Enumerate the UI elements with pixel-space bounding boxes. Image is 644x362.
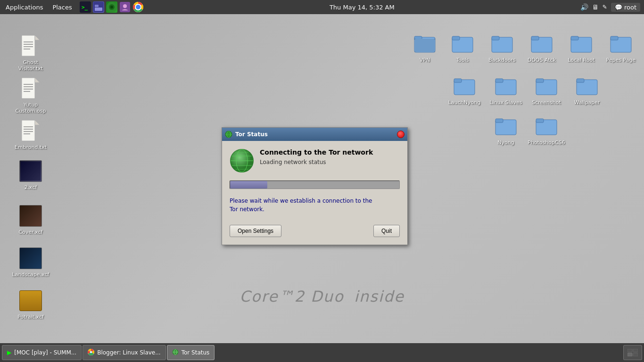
tor-status-dialog: Tor Status [222,127,408,245]
user-menu[interactable]: 💬 root [611,3,640,12]
svg-rect-3 [95,5,99,7]
desktop-icon-embrond[interactable]: Embrond.txt [9,118,52,152]
chrome-launcher[interactable] [132,1,144,13]
workspace-switcher[interactable] [623,345,642,360]
volume-icon[interactable]: 🔊 [580,3,588,11]
dialog-message-line1: Please wait while we establish a connect… [230,197,372,204]
top-panel: Applications Places >_ [0,0,644,14]
applications-menu[interactable]: Applications [2,2,47,13]
desktop-icon-linux-slaves[interactable]: Linux Slaves [485,73,527,107]
desktop-icon-landscapexcf[interactable]: Landscape.xcf [9,245,52,280]
panel-datetime: Thu May 14, 5:32 AM [144,4,580,11]
icon-label: Potrait.xcf [17,314,44,320]
dialog-status: Loading network status [260,159,373,165]
panel-left: Applications Places >_ [0,1,144,13]
desktop-watermark: Core™2 Duo inside [239,286,404,305]
svg-rect-35 [414,39,435,52]
xcf-icon [19,247,42,270]
svg-marker-27 [35,120,40,125]
desktop-icon-tools[interactable]: Tools [441,31,484,65]
display-icon[interactable]: 🖥 [592,3,599,11]
taskbar-item-tor-status[interactable]: Tor Status [167,345,215,360]
progress-bar-container [230,181,400,189]
open-settings-button[interactable]: Open Settings [230,225,281,237]
svg-rect-77 [627,349,632,352]
desktop-icon-photoshopcs6[interactable]: PhotoshopCS6 [525,113,568,148]
svg-rect-4 [95,8,102,11]
icon-label: Ghost Visitor.txt [11,59,50,72]
desktop-icon-local-root[interactable]: Local Root [560,31,603,65]
desktop-icon-nyong[interactable]: Nyong [485,113,527,148]
icon-label: DDOS Atck [528,57,556,63]
icon-label: Linux Slaves [490,99,522,106]
places-menu[interactable]: Places [49,2,75,13]
xcf-icon [19,205,42,227]
txt-file-icon [19,120,42,142]
chrome-taskbar-icon [88,349,94,357]
terminal-launcher[interactable]: >_ [80,1,91,13]
xcf-icon [19,160,42,182]
dialog-header-section: Connecting to the Tor network Loading ne… [230,148,400,173]
icon-label: Wallpaper [574,99,600,106]
icon-label: Tools [456,57,469,63]
panel-right: 🔊 🖥 ✎ 💬 root [580,3,644,12]
desktop-icon-ghost-visitor[interactable]: Ghost Visitor.txt [9,33,52,74]
tor-title-icon [225,131,232,138]
moc-label: [MOC [play] - SUMM... [14,349,76,356]
svg-point-12 [137,6,140,8]
taskbar: ▶ [MOC [play] - SUMM... Blogger: Linux S… [0,343,644,362]
dialog-title-text: Tor Status [235,131,268,138]
svg-rect-13 [22,35,35,56]
desktop-icon-coverxcf[interactable]: Cover.xcf [9,203,52,237]
icon-label: Local Root [568,57,595,63]
desktop-icon-pepes-page[interactable]: Pepes Page [600,31,642,65]
watermark-brand: Core™2 Duo [239,288,344,305]
dialog-header-text: Connecting to the Tor network Loading ne… [260,148,373,165]
svg-marker-14 [35,35,40,40]
pidgin-launcher[interactable] [119,1,131,13]
blogger-label: Blogger: Linux Slave... [97,349,160,356]
network-icon[interactable]: ✎ [603,4,607,10]
folder-icon [495,115,517,138]
taskbar-item-blogger[interactable]: Blogger: Linux Slave... [83,345,165,360]
txt-file-icon [19,35,42,58]
desktop-icon-lauchnyong[interactable]: LauchNyong [443,73,486,107]
potrait-icon [19,289,42,312]
desktop-icon-yutup-custom[interactable]: Yutup Custom.osp [9,75,52,116]
dialog-close-button[interactable] [397,131,405,138]
svg-rect-39 [492,36,499,40]
taskbar-item-moc[interactable]: ▶ [MOC [play] - SUMM... [2,345,82,360]
svg-point-11 [136,5,140,9]
svg-rect-78 [633,349,638,352]
icon-label: Pepes Page [606,57,636,63]
desktop-icon-vpn[interactable]: VPN [404,31,446,65]
username-label: root [624,4,636,11]
dialog-body: Connecting to the Tor network Loading ne… [222,141,407,245]
svg-rect-57 [536,119,544,123]
folder-icon [535,75,558,98]
svg-rect-79 [627,353,632,356]
svg-rect-20 [22,78,35,99]
svg-rect-51 [536,79,544,82]
icon-label: 2.xcf [25,184,37,190]
desktop: Core™2 Duo inside Ghost Visitor.txt [0,14,644,343]
icon-label: Nyong [497,140,514,146]
desktop-icon-2xcf[interactable]: 2.xcf [9,158,52,192]
desktop-icon-potraitxcf[interactable]: Potrait.xcf [9,288,52,322]
desktop-icon-ddos-atck[interactable]: DDOS Atck [520,31,563,65]
svg-text:>_: >_ [82,4,88,10]
icon-label: Backdoors [488,57,515,63]
quit-button[interactable]: Quit [373,225,400,237]
folder-icon [413,33,436,55]
filemanager-launcher[interactable] [93,1,104,13]
icon-label: Yutup Custom.osp [11,102,50,114]
desktop-icon-screenshot[interactable]: Screenshot [525,73,568,107]
desktop-icon-wallpaper[interactable]: Wallpaper [566,73,608,107]
cheese-launcher[interactable] [106,1,117,13]
folder-icon [570,33,593,55]
svg-rect-41 [531,36,539,40]
tor-taskbar-icon [172,349,179,357]
dialog-heading: Connecting to the Tor network [260,148,373,156]
desktop-icon-backdoors[interactable]: Backdoors [481,31,523,65]
panel-apps: >_ [80,1,144,13]
